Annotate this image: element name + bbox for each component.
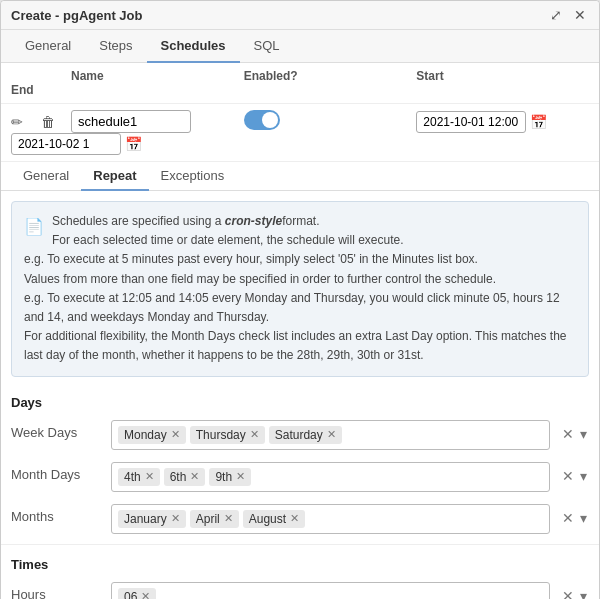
month-days-container[interactable]: 4th ✕ 6th ✕ 9th ✕ xyxy=(111,462,550,492)
start-date-input[interactable] xyxy=(416,111,526,133)
tag-august: August ✕ xyxy=(243,510,305,528)
schedule-name-input[interactable] xyxy=(71,110,191,133)
remove-august[interactable]: ✕ xyxy=(290,512,299,525)
schedule-row: ✏ 🗑 📅 📅 xyxy=(1,104,599,162)
week-days-label: Week Days xyxy=(11,420,101,440)
days-section-title: Days xyxy=(1,387,599,414)
window-title: Create - pgAgent Job xyxy=(11,8,142,23)
remove-06[interactable]: ✕ xyxy=(141,590,150,599)
months-expand-btn[interactable]: ▾ xyxy=(578,508,589,528)
end-calendar-icon[interactable]: 📅 xyxy=(125,136,142,152)
week-days-container[interactable]: Monday ✕ Thursday ✕ Saturday ✕ xyxy=(111,420,550,450)
edit-icon[interactable]: ✏ xyxy=(11,114,41,130)
hours-container[interactable]: 06 ✕ xyxy=(111,582,550,600)
info-line-5: e.g. To execute at 12:05 and 14:05 every… xyxy=(24,289,576,327)
info-line-4: Values from more than one field may be s… xyxy=(24,270,576,289)
info-line-1: Schedules are specified using a cron-sty… xyxy=(24,212,576,231)
week-days-expand-btn[interactable]: ▾ xyxy=(578,424,589,444)
tab-schedules[interactable]: Schedules xyxy=(147,30,240,63)
tag-4th: 4th ✕ xyxy=(118,468,160,486)
month-days-row: Month Days 4th ✕ 6th ✕ 9th ✕ ✕ ▾ xyxy=(1,456,599,498)
tag-january: January ✕ xyxy=(118,510,186,528)
tag-06: 06 ✕ xyxy=(118,588,156,600)
months-container[interactable]: January ✕ April ✕ August ✕ xyxy=(111,504,550,534)
info-box: 📄 Schedules are specified using a cron-s… xyxy=(11,201,589,377)
enabled-toggle[interactable] xyxy=(244,110,280,130)
tag-9th: 9th ✕ xyxy=(209,468,251,486)
tab-inner-exceptions[interactable]: Exceptions xyxy=(149,162,237,191)
remove-april[interactable]: ✕ xyxy=(224,512,233,525)
remove-6th[interactable]: ✕ xyxy=(190,470,199,483)
months-label: Months xyxy=(11,504,101,524)
remove-saturday[interactable]: ✕ xyxy=(327,428,336,441)
info-line-3: e.g. To execute at 5 minutes past every … xyxy=(24,250,576,269)
remove-monday[interactable]: ✕ xyxy=(171,428,180,441)
tag-april: April ✕ xyxy=(190,510,239,528)
tag-saturday: Saturday ✕ xyxy=(269,426,342,444)
info-line-2: For each selected time or date element, … xyxy=(24,231,576,250)
close-window-button[interactable]: ✕ xyxy=(571,7,589,23)
remove-thursday[interactable]: ✕ xyxy=(250,428,259,441)
remove-4th[interactable]: ✕ xyxy=(145,470,154,483)
tab-steps[interactable]: Steps xyxy=(85,30,146,63)
hours-row: Hours 06 ✕ ✕ ▾ xyxy=(1,576,599,600)
top-tab-bar: General Steps Schedules SQL xyxy=(1,30,599,63)
month-days-expand-btn[interactable]: ▾ xyxy=(578,466,589,486)
month-days-clear-btn[interactable]: ✕ xyxy=(560,466,576,486)
start-calendar-icon[interactable]: 📅 xyxy=(530,114,547,130)
info-line-6: For additional flexibility, the Month Da… xyxy=(24,327,576,365)
tab-sql[interactable]: SQL xyxy=(240,30,294,63)
week-days-clear-btn[interactable]: ✕ xyxy=(560,424,576,444)
remove-9th[interactable]: ✕ xyxy=(236,470,245,483)
months-row: Months January ✕ April ✕ August ✕ ✕ ▾ xyxy=(1,498,599,540)
times-section-title: Times xyxy=(1,549,599,576)
tab-inner-repeat[interactable]: Repeat xyxy=(81,162,148,191)
cron-style-text: cron-style xyxy=(225,214,282,228)
col-enabled: Enabled? xyxy=(244,69,417,83)
schedule-table-header: Name Enabled? Start End xyxy=(1,63,599,104)
col-start: Start xyxy=(416,69,589,83)
delete-icon[interactable]: 🗑 xyxy=(41,114,71,130)
hours-expand-btn[interactable]: ▾ xyxy=(578,586,589,600)
remove-january[interactable]: ✕ xyxy=(171,512,180,525)
hours-label: Hours xyxy=(11,582,101,600)
tab-general[interactable]: General xyxy=(11,30,85,63)
months-clear-btn[interactable]: ✕ xyxy=(560,508,576,528)
week-days-row: Week Days Monday ✕ Thursday ✕ Saturday ✕… xyxy=(1,414,599,456)
info-doc-icon: 📄 xyxy=(24,214,44,240)
inner-tab-bar: General Repeat Exceptions xyxy=(1,162,599,191)
tag-monday: Monday ✕ xyxy=(118,426,186,444)
hours-clear-btn[interactable]: ✕ xyxy=(560,586,576,600)
tag-thursday: Thursday ✕ xyxy=(190,426,265,444)
expand-button[interactable]: ⤢ xyxy=(547,7,565,23)
tab-inner-general[interactable]: General xyxy=(11,162,81,191)
tag-6th: 6th ✕ xyxy=(164,468,206,486)
col-end: End xyxy=(11,83,41,97)
col-name: Name xyxy=(71,69,244,83)
end-date-input[interactable] xyxy=(11,133,121,155)
month-days-label: Month Days xyxy=(11,462,101,482)
